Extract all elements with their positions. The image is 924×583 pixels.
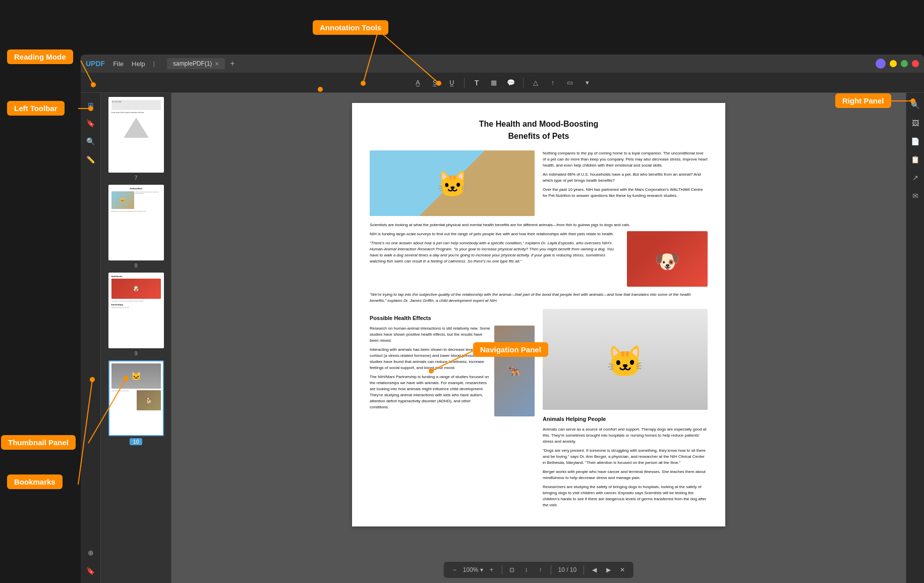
pdf-title: The Health and Mood-BoostingBenefits of … [370,118,708,142]
pdf-animals-section-title: Animals Helping People [543,415,708,423]
thumb-num-9: 9 [134,350,137,356]
sidebar-icon-search[interactable]: 🔍 [83,133,99,149]
thumb-img-7: AT THE TIME Lorem ipsum dolor sit amet c… [108,97,164,173]
thumb-num-8: 8 [134,262,137,269]
right-icon-search[interactable]: 🔍 [907,97,923,113]
pdf-scientists-text: Scientists are looking at what the poten… [370,222,708,228]
callout-thumbnail-panel: Thumbnail Panel [1,435,76,450]
thumb-img-8: Health and Mood 🐱 Lorem ipsum dolor sit … [108,185,164,260]
app-window: UPDF File Help | samplePDF(1) ✕ + A̲ S̲ … [81,55,924,583]
pdf-dog-hat-image [627,231,708,287]
nav-separator-1 [501,565,502,574]
right-panel: 🔍 🖼 📄 📋 ↗ ✉ [906,93,924,583]
sidebar-icon-pages[interactable]: ⊕ [83,545,99,561]
pdf-bottom-section: Possible Health Effects Research on huma… [370,309,708,511]
menu-bar: File Help [113,60,145,68]
callout-navigation-panel: Navigation Panel [473,342,548,357]
tab-add-btn[interactable]: + [227,59,238,68]
toolbar-separator-2 [523,78,524,88]
tool-comment[interactable]: 💬 [504,76,518,90]
tab-close-btn[interactable]: ✕ [215,61,219,67]
tool-shape-arrow[interactable]: ↑ [546,76,560,90]
nav-zoom-level: 100% ▾ [463,566,484,573]
maximize-btn[interactable] [901,60,908,67]
sidebar-icon-thumbnail[interactable]: ⊞ [83,97,99,113]
main-area: ⊞ 🔖 🔍 ✏️ ⊕ 🔖 AT THE TIME Lorem ipsum dol… [81,93,924,583]
callout-left-toolbar: Left Toolbar [7,101,65,116]
sidebar-icon-bookmark-bottom[interactable]: 🔖 [83,563,99,579]
title-bar: UPDF File Help | samplePDF(1) ✕ + [81,55,924,73]
thumb-num-7: 7 [134,175,137,181]
pdf-health-section-title: Possible Health Effects [370,314,535,323]
nav-zoom-in[interactable]: + [485,564,497,576]
minimize-btn[interactable] [890,60,897,67]
right-icon-image[interactable]: 🖼 [907,115,923,131]
toolbar-separator-1 [464,78,465,88]
pdf-viewer[interactable]: The Health and Mood-BoostingBenefits of … [171,93,906,583]
pdf-nih-section: NIH is funding large-scale surveys to fi… [370,231,708,287]
pdf-health-effects-col: Possible Health Effects Research on huma… [370,309,535,511]
nav-rotate-up[interactable]: ↑ [534,564,546,576]
pdf-page-content: The Health and Mood-BoostingBenefits of … [352,103,725,526]
user-avatar [876,59,886,69]
nav-separator-2 [550,565,551,574]
callout-reading-mode: Reading Mode [7,49,73,64]
callout-dot-annotation [318,87,323,92]
pdf-intro-section: Nothing compares to the joy of coming ho… [370,150,708,216]
thumb-num-10: 10 [130,438,142,445]
app-logo: UPDF [86,60,105,68]
tool-highlight[interactable]: A̲ [411,76,425,90]
tool-textbox[interactable]: ▦ [487,76,501,90]
thumbnail-page-9[interactable]: Health Benefits 🐶 Lorem ipsum dolor sit … [105,273,167,356]
nav-next[interactable]: ▶ [602,564,614,576]
pdf-animals-col: Animals Helping People Animals can serve… [543,309,708,511]
pdf-gray-cat-image [543,309,708,410]
thumb-img-9: Health Benefits 🐶 Lorem ipsum dolor sit … [108,273,164,348]
pdf-nih-text-col: NIH is funding large-scale surveys to fi… [370,231,621,287]
callout-bookmarks: Bookmarks [7,474,63,489]
sidebar-icon-bookmark[interactable]: 🔖 [83,115,99,131]
pdf-cat-column [370,150,535,216]
tool-text[interactable]: T [470,76,484,90]
sidebar-icon-annotation[interactable]: ✏️ [83,151,99,168]
nav-separator-3 [584,565,584,574]
tool-shape-triangle[interactable]: △ [529,76,543,90]
nav-zoom-dropdown-icon[interactable]: ▾ [480,566,483,573]
thumbnail-page-8[interactable]: Health and Mood 🐱 Lorem ipsum dolor sit … [105,185,167,269]
thumbnail-page-10[interactable]: 🐱 Lorem ipsum dolor sit amet text 🐕 10 [105,360,167,445]
close-btn[interactable] [912,60,919,67]
pdf-health-with-img: Research on human-animal interactions is… [370,326,535,416]
nav-prev[interactable]: ◀ [588,564,600,576]
nav-zoom-out[interactable]: − [449,564,461,576]
nav-close[interactable]: ✕ [616,564,628,576]
right-icon-email[interactable]: ✉ [907,188,923,204]
tool-strikethrough[interactable]: S̲ [428,76,442,90]
thumb-img-10: 🐱 Lorem ipsum dolor sit amet text 🐕 [108,360,164,436]
nav-page-indicator: 10 / 10 [558,566,576,573]
tab-sample-pdf[interactable]: samplePDF(1) ✕ [167,58,225,69]
window-controls [876,59,919,69]
thumbnail-page-7[interactable]: AT THE TIME Lorem ipsum dolor sit amet c… [105,97,167,181]
pdf-health-text-area: Research on human-animal interactions is… [370,326,490,416]
tab-bar: samplePDF(1) ✕ + [167,58,238,69]
callout-annotation-tools: Annotation Tools [313,20,388,35]
pdf-dogs-small-image: 🐕‍🦺 [494,326,535,416]
tool-underline[interactable]: U̲ [445,76,459,90]
pdf-quote2: "We're trying to tap into the subjective… [370,292,708,304]
nav-fit-page[interactable]: ⊡ [506,564,518,576]
left-toolbar: ⊞ 🔖 🔍 ✏️ ⊕ 🔖 [81,93,101,583]
tool-shape-rect[interactable]: ▭ [563,76,577,90]
annotation-toolbar: A̲ S̲ U̲ T ▦ 💬 △ ↑ ▭ ▾ [81,73,924,93]
thumbnail-panel: AT THE TIME Lorem ipsum dolor sit amet c… [101,93,171,583]
tool-shape-more[interactable]: ▾ [580,76,594,90]
pdf-intro-text: Nothing compares to the joy of coming ho… [543,150,708,216]
right-icon-file[interactable]: 📋 [907,151,923,168]
right-icon-pdf[interactable]: 📄 [907,133,923,149]
navigation-panel: − 100% ▾ + ⊡ ↕ ↑ 10 / 10 ◀ ▶ ✕ [444,562,633,578]
right-icon-share[interactable]: ↗ [907,170,923,186]
pdf-cat-image [370,150,535,216]
callout-right-panel: Right Panel [835,93,891,108]
menu-file[interactable]: File [113,60,124,68]
nav-fit-width[interactable]: ↕ [520,564,532,576]
menu-help[interactable]: Help [132,60,145,68]
